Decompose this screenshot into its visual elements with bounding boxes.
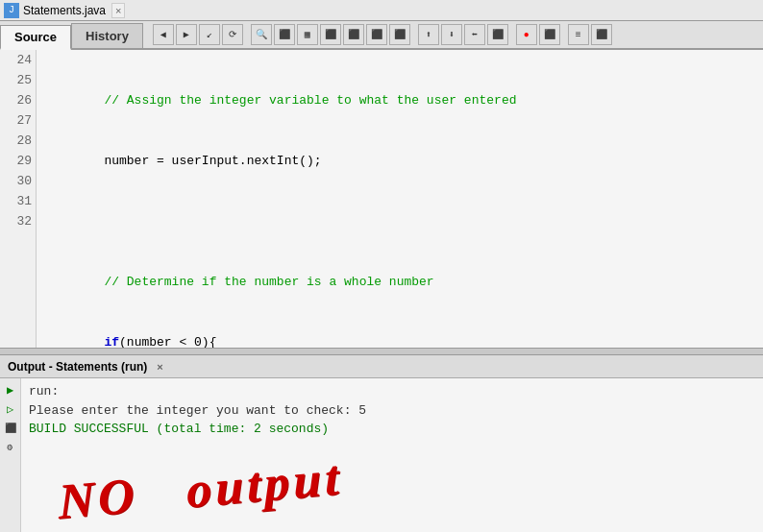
line-num-25: 25: [0, 70, 32, 90]
line-num-29: 29: [0, 151, 32, 171]
code-line-28: if(number < 0){: [44, 332, 763, 348]
toolbar-btn-1[interactable]: ⬛: [274, 24, 295, 45]
window-titlebar: J Statements.java ×: [0, 0, 763, 21]
output-run-btn[interactable]: ▶: [3, 382, 18, 398]
output-step-btn[interactable]: ▷: [3, 401, 18, 417]
code-editor[interactable]: // Assign the integer variable to what t…: [37, 50, 763, 348]
toolbar-btn-7[interactable]: ⬆: [418, 24, 439, 45]
editor-area: 24 25 26 27 28 29 30 31 32 // Assign the…: [0, 50, 763, 348]
toolbar-btn-13[interactable]: ⬛: [591, 24, 612, 45]
toolbar-btn-3[interactable]: ⬛: [320, 24, 341, 45]
output-line-success: BUILD SUCCESSFUL (total time: 2 seconds): [29, 420, 755, 439]
toolbar-btn-11[interactable]: ⬛: [539, 24, 560, 45]
line-num-26: 26: [0, 90, 32, 110]
output-stop-btn[interactable]: ⬛: [3, 421, 18, 436]
close-button[interactable]: ×: [111, 3, 125, 18]
output-panel: Output - Statements (run) × ▶ ▷ ⬛ ⚙ run:…: [0, 355, 763, 532]
code-line-25: number = userInput.nextInt();: [44, 151, 763, 171]
output-title: Output - Statements (run): [8, 360, 147, 374]
code-line-27: // Determine if the number is a whole nu…: [44, 272, 763, 292]
toolbar-btn-last-edit[interactable]: ↙: [199, 24, 220, 45]
line-num-32: 32: [0, 211, 32, 231]
tab-source[interactable]: Source: [0, 25, 71, 50]
code-line-24: // Assign the integer variable to what t…: [44, 90, 763, 110]
output-line-run: run:: [29, 382, 755, 401]
output-sidebar: ▶ ▷ ⬛ ⚙: [0, 378, 21, 532]
line-num-28: 28: [0, 131, 32, 151]
file-icon: J: [4, 3, 19, 18]
toolbar: ◀ ▶ ↙ ⟳ 🔍 ⬛ ▦ ⬛ ⬛ ⬛ ⬛ ⬆ ⬇ ⬅ ⬛ ● ⬛ ≡ ⬛: [149, 21, 616, 48]
toolbar-btn-5[interactable]: ⬛: [366, 24, 387, 45]
toolbar-btn-12[interactable]: ≡: [568, 24, 589, 45]
no-output-container: NO output: [29, 448, 755, 531]
toolbar-btn-forward[interactable]: ▶: [176, 24, 197, 45]
toolbar-btn-9[interactable]: ⬅: [464, 24, 485, 45]
output-text-area: run: Please enter the integer you want t…: [21, 378, 763, 532]
line-num-31: 31: [0, 191, 32, 211]
output-line-prompt: Please enter the integer you want to che…: [29, 401, 755, 421]
code-line-26: [44, 211, 763, 231]
toolbar-btn-back[interactable]: ◀: [153, 24, 174, 45]
output-body: ▶ ▷ ⬛ ⚙ run: Please enter the integer yo…: [0, 378, 763, 532]
line-num-30: 30: [0, 171, 32, 191]
line-numbers: 24 25 26 27 28 29 30 31 32: [0, 50, 37, 348]
window-title: Statements.java: [23, 4, 106, 17]
toolbar-btn-6[interactable]: ⬛: [389, 24, 410, 45]
toolbar-btn-zoom[interactable]: 🔍: [251, 24, 272, 45]
tab-history[interactable]: History: [71, 23, 143, 48]
line-num-24: 24: [0, 50, 32, 70]
panel-splitter[interactable]: [0, 348, 763, 355]
tab-bar: Source History ◀ ▶ ↙ ⟳ 🔍 ⬛ ▦ ⬛ ⬛ ⬛ ⬛ ⬆ ⬇…: [0, 21, 763, 50]
line-num-27: 27: [0, 110, 32, 131]
toolbar-btn-2[interactable]: ▦: [297, 24, 318, 45]
toolbar-btn-10[interactable]: ⬛: [487, 24, 508, 45]
toolbar-btn-stop[interactable]: ●: [516, 24, 537, 45]
no-output-label: NO output: [57, 440, 343, 532]
toolbar-btn-4[interactable]: ⬛: [343, 24, 364, 45]
output-close-button[interactable]: ×: [155, 361, 164, 373]
output-titlebar: Output - Statements (run) ×: [0, 355, 763, 378]
toolbar-btn-8[interactable]: ⬇: [441, 24, 462, 45]
output-settings-btn[interactable]: ⚙: [3, 440, 18, 455]
toolbar-btn-toggle[interactable]: ⟳: [222, 24, 243, 45]
